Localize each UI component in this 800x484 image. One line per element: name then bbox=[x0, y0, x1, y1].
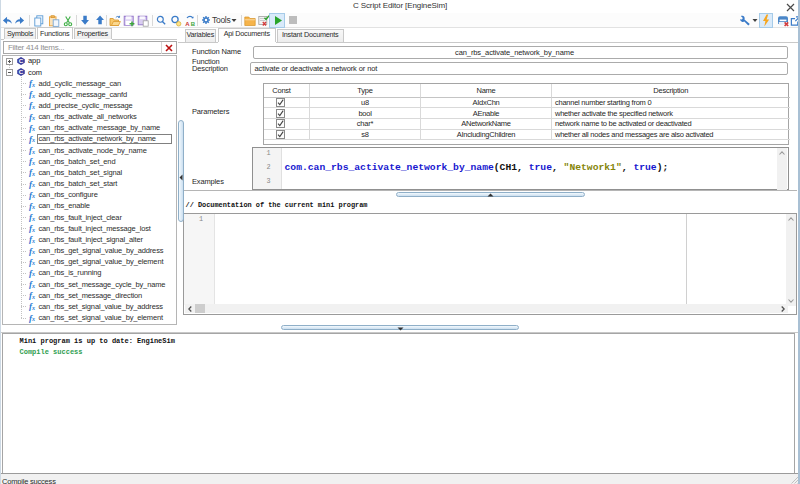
svg-text:B: B bbox=[191, 21, 196, 27]
svg-text:A: A bbox=[185, 21, 190, 27]
svg-text:C: C bbox=[18, 68, 23, 75]
svg-text:C: C bbox=[18, 57, 23, 64]
